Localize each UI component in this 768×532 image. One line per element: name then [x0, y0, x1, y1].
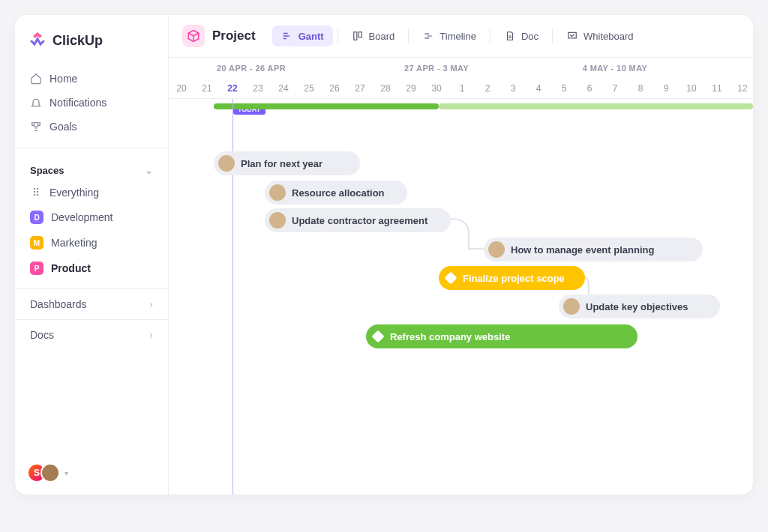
task-bar[interactable]: Update key objectives	[559, 294, 720, 318]
day-row: 2021222324252627282930123456789101112TOD…	[169, 79, 753, 98]
tab-label: Timeline	[440, 31, 476, 42]
task-label: Resource allocation	[292, 187, 385, 199]
day-cell: 29	[398, 79, 424, 98]
task-bar[interactable]: Update contractor agreement	[265, 208, 451, 232]
svg-rect-2	[568, 32, 577, 38]
brand-name: ClickUp	[52, 33, 103, 49]
task-label: How to manage event planning	[511, 244, 654, 256]
user-cluster[interactable]: S ▾	[15, 451, 168, 495]
day-cell: 26	[322, 79, 347, 98]
tab-label: Whiteboard	[584, 31, 633, 42]
nav-goals[interactable]: Goals	[26, 115, 158, 139]
brand-logo: ClickUp	[15, 30, 168, 64]
day-cell: 28	[373, 79, 398, 98]
day-cell: 23	[245, 79, 271, 98]
day-cell: 24	[271, 79, 296, 98]
day-cell: 1	[449, 79, 475, 98]
avatar	[488, 241, 505, 258]
svg-rect-1	[358, 32, 362, 37]
grid-icon: ⠿	[30, 187, 42, 199]
day-cell: 8	[628, 79, 653, 98]
task-bar[interactable]: Resource allocation	[265, 181, 407, 205]
nav-notifications[interactable]: Notifications	[26, 91, 158, 115]
avatar	[269, 212, 286, 229]
menu-label: Dashboards	[30, 298, 87, 310]
clickup-logo-icon	[28, 30, 46, 52]
main-area: Project Gantt Board Timeline	[169, 15, 753, 495]
day-cell: 21	[194, 79, 220, 98]
task-bar[interactable]: How to manage event planning	[484, 238, 703, 262]
day-cell: 7	[602, 79, 628, 98]
chevron-right-icon: ›	[149, 329, 153, 341]
day-cell: 30	[424, 79, 449, 98]
nav-home[interactable]: Home	[26, 67, 158, 91]
home-icon	[30, 73, 42, 85]
space-development[interactable]: D Development	[15, 205, 168, 230]
task-bar[interactable]: Plan for next year	[214, 151, 360, 175]
tab-timeline[interactable]: Timeline	[413, 25, 485, 46]
space-badge: D	[30, 211, 44, 224]
milestone-icon	[372, 330, 385, 343]
timeline-icon	[422, 30, 434, 42]
task-label: Update contractor agreement	[292, 215, 428, 226]
spaces-header[interactable]: Spaces ⌄	[15, 154, 168, 181]
day-cell: 2	[475, 79, 500, 98]
app-window: ClickUp Home Notifications Goals Spaces …	[15, 15, 753, 495]
sidebar: ClickUp Home Notifications Goals Spaces …	[15, 15, 169, 495]
tab-doc[interactable]: Doc	[495, 25, 548, 46]
nav-label: Home	[50, 73, 77, 85]
tab-whiteboard[interactable]: Whiteboard	[557, 25, 642, 46]
day-cell: 20	[169, 79, 194, 98]
separator	[552, 29, 553, 43]
task-bar[interactable]: Finalize project scope	[439, 266, 585, 290]
milestone-icon	[445, 272, 458, 285]
menu-docs[interactable]: Docs ›	[15, 319, 168, 350]
space-label: Everything	[50, 187, 99, 199]
gantt-icon	[281, 30, 293, 42]
day-cell: 25	[296, 79, 322, 98]
space-marketing[interactable]: M Marketing	[15, 230, 168, 256]
week-cell: 27 APR - 3 MAY	[347, 58, 526, 79]
separator	[490, 29, 490, 43]
separator	[408, 29, 409, 43]
whiteboard-icon	[566, 30, 578, 42]
chevron-right-icon: ›	[149, 298, 153, 310]
day-cell: 11	[704, 79, 730, 98]
week-cell: 4 MAY - 10 MAY	[526, 58, 704, 79]
doc-icon	[504, 30, 516, 42]
day-cell: 10	[679, 79, 704, 98]
separator	[338, 29, 338, 43]
space-product[interactable]: P Product	[15, 256, 168, 281]
topbar: Project Gantt Board Timeline	[169, 15, 753, 58]
tab-gantt[interactable]: Gantt	[272, 25, 333, 46]
avatar	[563, 298, 580, 315]
primary-nav: Home Notifications Goals	[15, 64, 168, 142]
avatar	[218, 155, 235, 172]
tab-board[interactable]: Board	[343, 25, 404, 46]
day-cell: 12	[730, 79, 753, 98]
task-label: Finalize project scope	[463, 273, 565, 284]
svg-rect-0	[353, 32, 356, 40]
tab-label: Doc	[521, 31, 538, 42]
project-chip[interactable]: Project	[182, 25, 256, 47]
menu-label: Docs	[30, 329, 54, 341]
project-title: Project	[212, 28, 256, 43]
tab-label: Board	[369, 31, 395, 42]
task-label: Refresh company website	[390, 331, 510, 342]
day-cell: 3	[500, 79, 526, 98]
progress-remaining	[439, 103, 753, 109]
day-cell: 4	[526, 79, 551, 98]
spaces-title: Spaces	[30, 165, 64, 176]
menu-dashboards[interactable]: Dashboards ›	[15, 288, 168, 319]
chevron-down-icon: ▾	[64, 469, 68, 477]
view-tabs: Gantt Board Timeline Doc	[272, 25, 643, 46]
nav-label: Goals	[50, 121, 77, 133]
day-cell: 22	[220, 79, 245, 98]
gantt-canvas[interactable]: Plan for next yearResource allocationUpd…	[169, 99, 753, 495]
week-row: 20 APR - 26 APR 27 APR - 3 MAY 4 MAY - 1…	[169, 58, 753, 79]
task-bar[interactable]: Refresh company website	[366, 324, 638, 348]
progress-complete	[214, 103, 439, 109]
day-cell: 6	[577, 79, 602, 98]
bell-icon	[30, 97, 42, 109]
space-everything[interactable]: ⠿ Everything	[15, 181, 168, 205]
